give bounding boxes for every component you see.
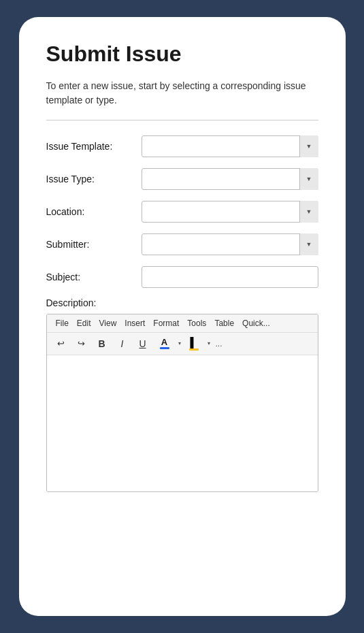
menu-edit[interactable]: Edit — [73, 317, 95, 329]
issue-template-row: Issue Template: — [46, 135, 318, 157]
highlight-bar — [189, 348, 199, 351]
location-label: Location: — [46, 206, 142, 217]
highlight-icon: ▌ — [191, 337, 197, 348]
editor-menubar: File Edit View Insert Format Tools Table… — [47, 314, 318, 333]
subject-input[interactable] — [142, 266, 318, 288]
description-section: Description: File Edit View Insert Forma… — [46, 297, 318, 492]
main-card: Submit Issue To enter a new issue, start… — [19, 17, 346, 616]
issue-template-wrapper — [142, 135, 318, 157]
font-color-bar — [160, 347, 169, 349]
italic-button[interactable]: I — [114, 336, 131, 352]
divider — [46, 120, 318, 120]
editor-toolbar: ↩ ↪ B I U A ▾ ▌ ▾ ... — [47, 333, 318, 355]
bold-button[interactable]: B — [93, 336, 111, 352]
menu-table[interactable]: Table — [211, 317, 237, 329]
issue-template-label: Issue Template: — [46, 141, 142, 152]
subtitle-text: To enter a new issue, start by selecting… — [46, 79, 318, 108]
issue-type-row: Issue Type: — [46, 168, 318, 190]
submitter-label: Submitter: — [46, 239, 142, 250]
highlight-dropdown-icon[interactable]: ▾ — [208, 340, 210, 346]
editor-body[interactable] — [47, 355, 318, 491]
subject-label: Subject: — [46, 272, 142, 282]
menu-tools[interactable]: Tools — [184, 317, 210, 329]
issue-type-wrapper — [142, 168, 318, 190]
underline-button[interactable]: U — [134, 336, 152, 352]
menu-view[interactable]: View — [96, 317, 120, 329]
font-color-button[interactable]: A — [154, 336, 175, 352]
location-select[interactable] — [142, 201, 318, 223]
description-label: Description: — [46, 297, 318, 308]
highlight-button[interactable]: ▌ — [184, 336, 204, 352]
location-wrapper — [142, 201, 318, 223]
issue-type-select[interactable] — [142, 168, 318, 190]
redo-button[interactable]: ↪ — [73, 336, 90, 352]
submitter-select[interactable] — [142, 233, 318, 255]
more-button[interactable]: ... — [213, 338, 225, 350]
subject-row: Subject: — [46, 266, 318, 288]
undo-button[interactable]: ↩ — [52, 336, 70, 352]
issue-template-select[interactable] — [142, 135, 318, 157]
menu-file[interactable]: File — [52, 317, 72, 329]
editor-container: File Edit View Insert Format Tools Table… — [46, 314, 318, 492]
menu-format[interactable]: Format — [150, 317, 182, 329]
menu-quick[interactable]: Quick... — [239, 317, 274, 329]
page-title: Submit Issue — [46, 42, 318, 67]
font-color-dropdown-icon[interactable]: ▾ — [178, 340, 181, 346]
submitter-wrapper — [142, 233, 318, 255]
font-color-icon: A — [161, 338, 167, 346]
location-row: Location: — [46, 201, 318, 223]
issue-type-label: Issue Type: — [46, 174, 142, 184]
submitter-row: Submitter: — [46, 233, 318, 255]
menu-insert[interactable]: Insert — [121, 317, 148, 329]
